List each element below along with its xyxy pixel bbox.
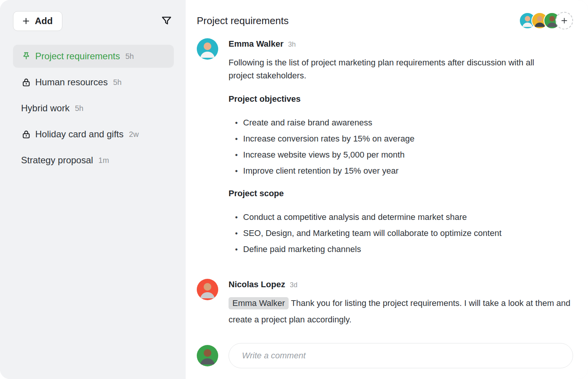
list-item: •Define paid marketing channels	[229, 241, 535, 257]
topics-sidebar: Add Project requirements 5h Human resour…	[0, 0, 186, 379]
comment: Nicolas Lopez 3d Emma Walker Thank you f…	[197, 279, 573, 328]
topic-time: 5h	[75, 104, 83, 113]
comment-text: Following is the list of project marketi…	[229, 56, 535, 82]
section-heading: Project scope	[229, 189, 535, 198]
bullet-icon: •	[235, 131, 238, 147]
topic-time: 5h	[125, 52, 134, 61]
person-icon	[197, 345, 218, 366]
person-icon	[197, 279, 218, 300]
comment-meta: Nicolas Lopez 3d	[229, 280, 573, 290]
discussion-panel: Project requirements	[186, 0, 588, 379]
lock-icon	[21, 129, 31, 140]
comment-body: Nicolas Lopez 3d Emma Walker Thank you f…	[229, 279, 573, 328]
filter-icon	[160, 15, 173, 28]
pin-icon	[21, 51, 31, 62]
bullet-icon: •	[235, 163, 238, 179]
topic-time: 1m	[98, 156, 109, 165]
comment-input[interactable]	[229, 343, 573, 368]
add-topic-button[interactable]: Add	[13, 11, 62, 31]
sidebar-item-label: Human resources	[35, 77, 108, 88]
sidebar-item-hybrid-work[interactable]: Hybrid work 5h	[13, 97, 174, 120]
topic-list: Project requirements 5h Human resources …	[13, 45, 174, 172]
bullet-icon: •	[235, 147, 238, 163]
sidebar-item-label: Holiday card and gifts	[35, 129, 124, 140]
sidebar-item-label: Project requirements	[35, 51, 120, 62]
mention-chip[interactable]: Emma Walker	[229, 297, 289, 309]
sidebar-item-label: Strategy proposal	[21, 155, 93, 166]
sidebar-item-strategy-proposal[interactable]: Strategy proposal 1m	[13, 149, 174, 172]
avatar[interactable]	[197, 345, 218, 366]
lock-icon	[21, 77, 31, 88]
list-item: •Improve client retention by 15% over ye…	[229, 163, 535, 179]
topic-time: 5h	[113, 78, 121, 87]
topic-time: 2w	[129, 130, 139, 139]
sidebar-item-label: Hybrid work	[21, 103, 70, 114]
list-item: •SEO, Design, and Marketing team will co…	[229, 225, 535, 241]
filter-button[interactable]	[159, 14, 174, 28]
bullet-list: •Create and raise brand awareness •Incre…	[229, 115, 535, 179]
comment-composer	[197, 343, 573, 373]
section-heading: Project objectives	[229, 94, 535, 104]
author-name: Emma Walker	[229, 39, 283, 49]
plus-icon	[21, 16, 31, 26]
comment-time: 3d	[290, 281, 297, 289]
discussion-header: Project requirements	[186, 0, 588, 31]
sidebar-item-holiday-card-and-gifts[interactable]: Holiday card and gifts 2w	[13, 123, 174, 146]
list-item: •Conduct a competitive analysis and dete…	[229, 209, 535, 225]
bullet-icon: •	[235, 226, 238, 241]
plus-icon	[560, 16, 568, 25]
add-button-label: Add	[35, 16, 53, 26]
list-item: •Create and raise brand awareness	[229, 115, 535, 131]
bullet-icon: •	[235, 210, 238, 225]
discussion-app: Add Project requirements 5h Human resour…	[0, 0, 588, 379]
sidebar-item-human-resources[interactable]: Human resources 5h	[13, 71, 174, 94]
comment-meta: Emma Walker 3h	[229, 39, 535, 49]
bullet-list: •Conduct a competitive analysis and dete…	[229, 209, 535, 257]
add-member-button[interactable]	[555, 12, 573, 29]
comment-thread: Emma Walker 3h Following is the list of …	[186, 31, 588, 379]
bullet-icon: •	[235, 242, 238, 257]
avatar[interactable]	[197, 38, 218, 60]
author-name: Nicolas Lopez	[229, 280, 285, 290]
list-item: •Increase conversion rates by 15% on ave…	[229, 131, 535, 147]
comment-time: 3h	[288, 41, 296, 49]
bullet-icon: •	[235, 115, 238, 131]
page-title: Project requirements	[197, 15, 289, 27]
comment-body: Emma Walker 3h Following is the list of …	[229, 38, 535, 257]
avatar[interactable]	[197, 279, 218, 300]
comment-text: Emma Walker Thank you for listing the pr…	[229, 295, 573, 328]
person-icon	[197, 38, 218, 60]
sidebar-topbar: Add	[13, 11, 174, 31]
list-item: •Increase website views by 5,000 per mon…	[229, 147, 535, 163]
member-avatars	[519, 12, 573, 29]
comment: Emma Walker 3h Following is the list of …	[197, 38, 573, 257]
sidebar-item-project-requirements[interactable]: Project requirements 5h	[13, 45, 174, 68]
